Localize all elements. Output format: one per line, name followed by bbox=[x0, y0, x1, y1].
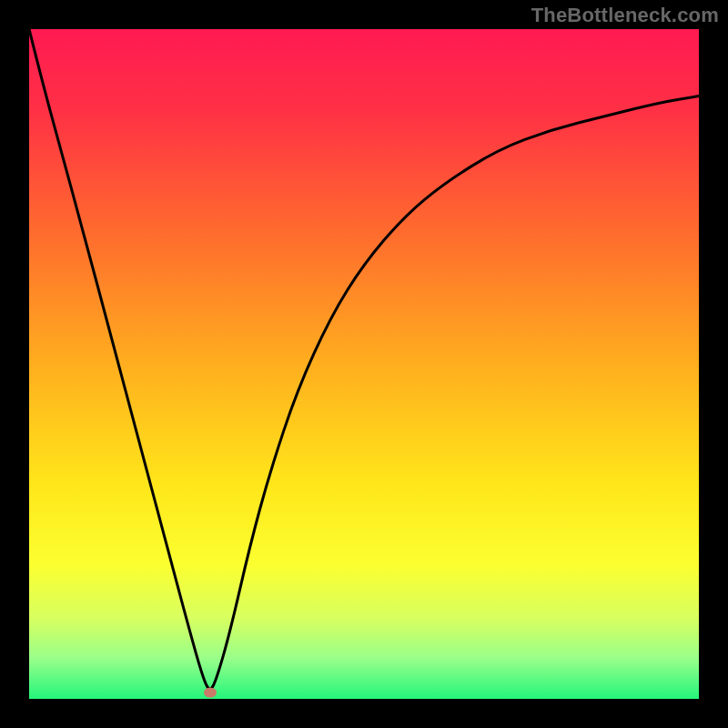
minimum-point-marker bbox=[204, 687, 217, 697]
chart-container: TheBottleneck.com bbox=[0, 0, 728, 728]
plot-area bbox=[29, 29, 699, 699]
watermark-text: TheBottleneck.com bbox=[531, 4, 719, 27]
svg-rect-0 bbox=[29, 29, 699, 699]
background-gradient bbox=[29, 29, 699, 699]
